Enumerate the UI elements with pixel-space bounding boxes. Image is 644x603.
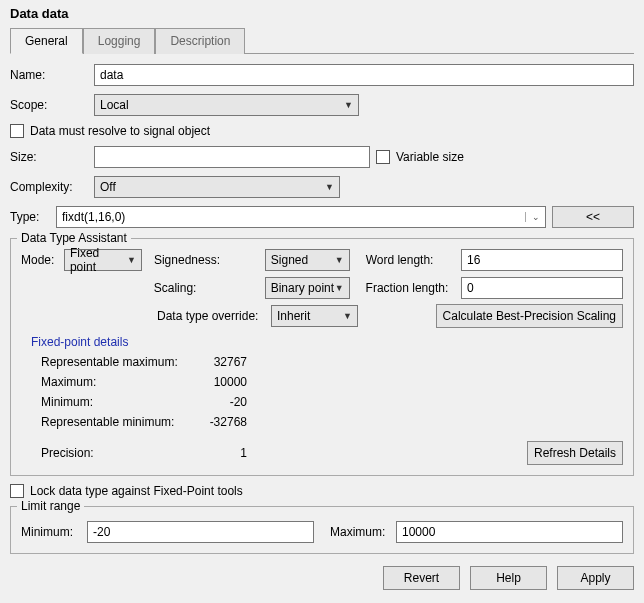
size-label: Size: <box>10 150 88 164</box>
scope-label: Scope: <box>10 98 88 112</box>
rep-min-value: -32768 <box>191 415 247 429</box>
lock-datatype-checkbox[interactable] <box>10 484 24 498</box>
lock-datatype-label: Lock data type against Fixed-Point tools <box>30 484 243 498</box>
tab-general[interactable]: General <box>10 28 83 54</box>
name-label: Name: <box>10 68 88 82</box>
mode-value: Fixed point <box>70 246 127 274</box>
limit-min-input[interactable] <box>87 521 314 543</box>
variable-size-label: Variable size <box>396 150 464 164</box>
help-button[interactable]: Help <box>470 566 547 590</box>
signedness-label: Signedness: <box>154 253 257 267</box>
fraction-length-input[interactable] <box>461 277 623 299</box>
limit-range-fieldset: Limit range Minimum: Maximum: <box>10 506 634 554</box>
fixed-point-details-title: Fixed-point details <box>31 335 623 349</box>
calculate-scaling-button[interactable]: Calculate Best-Precision Scaling <box>436 304 623 328</box>
word-length-label: Word length: <box>366 253 453 267</box>
fp-min-value: -20 <box>191 395 247 409</box>
type-select[interactable]: fixdt(1,16,0) ⌄ <box>56 206 546 228</box>
limit-max-input[interactable] <box>396 521 623 543</box>
chevron-down-icon: ▼ <box>325 182 334 192</box>
chevron-down-icon: ▼ <box>344 100 353 110</box>
tab-logging[interactable]: Logging <box>83 28 156 54</box>
chevron-down-icon: ▼ <box>335 283 344 293</box>
dta-legend: Data Type Assistant <box>17 231 131 245</box>
size-input[interactable] <box>94 146 370 168</box>
chevron-down-icon: ▼ <box>343 311 352 321</box>
window-title: Data data <box>10 4 634 27</box>
limit-legend: Limit range <box>17 499 84 513</box>
collapse-button[interactable]: << <box>552 206 634 228</box>
name-input[interactable] <box>94 64 634 86</box>
data-resolve-label: Data must resolve to signal object <box>30 124 210 138</box>
apply-button[interactable]: Apply <box>557 566 634 590</box>
tab-description[interactable]: Description <box>155 28 245 54</box>
fp-min-label: Minimum: <box>41 395 191 409</box>
type-label: Type: <box>10 210 50 224</box>
scaling-label: Scaling: <box>154 281 257 295</box>
override-select[interactable]: Inherit ▼ <box>271 305 358 327</box>
fraction-length-label: Fraction length: <box>366 281 453 295</box>
fp-max-label: Maximum: <box>41 375 191 389</box>
fp-max-value: 10000 <box>191 375 247 389</box>
scope-value: Local <box>100 98 129 112</box>
precision-label: Precision: <box>41 446 191 460</box>
complexity-value: Off <box>100 180 116 194</box>
override-value: Inherit <box>277 309 310 323</box>
scope-select[interactable]: Local ▼ <box>94 94 359 116</box>
data-type-assistant-fieldset: Data Type Assistant Mode: Fixed point ▼ … <box>10 238 634 476</box>
tabs: General Logging Description <box>10 27 634 54</box>
complexity-label: Complexity: <box>10 180 88 194</box>
signedness-select[interactable]: Signed ▼ <box>265 249 350 271</box>
precision-value: 1 <box>191 446 247 460</box>
chevron-down-icon: ⌄ <box>525 212 540 222</box>
override-label: Data type override: <box>157 309 263 323</box>
word-length-input[interactable] <box>461 249 623 271</box>
limit-max-label: Maximum: <box>330 525 388 539</box>
rep-min-label: Representable minimum: <box>41 415 191 429</box>
revert-button[interactable]: Revert <box>383 566 460 590</box>
variable-size-checkbox[interactable] <box>376 150 390 164</box>
rep-max-label: Representable maximum: <box>41 355 191 369</box>
limit-min-label: Minimum: <box>21 525 79 539</box>
signedness-value: Signed <box>271 253 308 267</box>
chevron-down-icon: ▼ <box>127 255 136 265</box>
refresh-details-button[interactable]: Refresh Details <box>527 441 623 465</box>
type-value: fixdt(1,16,0) <box>62 210 125 224</box>
scaling-select[interactable]: Binary point ▼ <box>265 277 350 299</box>
data-resolve-checkbox[interactable] <box>10 124 24 138</box>
scaling-value: Binary point <box>271 281 334 295</box>
rep-max-value: 32767 <box>191 355 247 369</box>
chevron-down-icon: ▼ <box>335 255 344 265</box>
complexity-select[interactable]: Off ▼ <box>94 176 340 198</box>
mode-select[interactable]: Fixed point ▼ <box>64 249 142 271</box>
mode-label: Mode: <box>21 253 56 267</box>
